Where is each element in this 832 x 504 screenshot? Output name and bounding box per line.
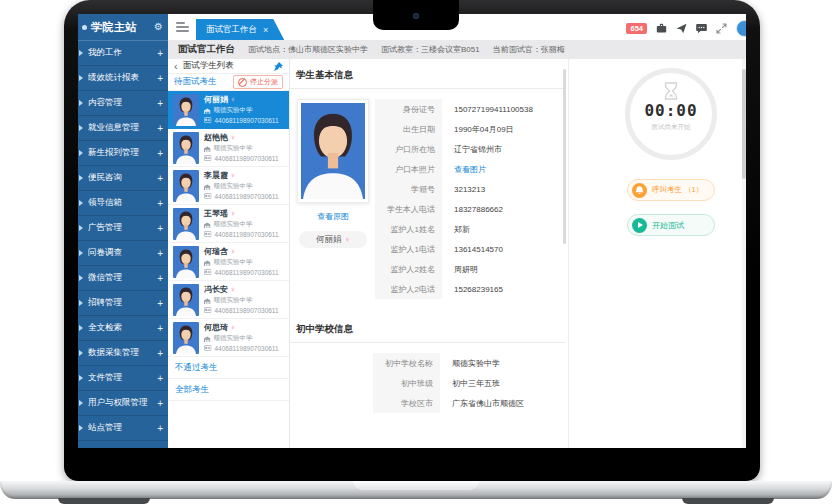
candidate-card[interactable]: 李晨霞 ♀ 顺德实验中学 440681198907030611 bbox=[168, 167, 289, 205]
female-icon: ♀ bbox=[230, 324, 236, 332]
sidebar-item-label: 微信管理 bbox=[88, 272, 157, 284]
female-icon: ♀ bbox=[230, 286, 236, 294]
field-label: 初中班级 bbox=[373, 373, 440, 393]
sidebar-item[interactable]: 问卷调查 + bbox=[78, 241, 168, 266]
fullscreen-icon[interactable] bbox=[716, 23, 727, 34]
candidate-name: 赵艳艳 bbox=[204, 133, 228, 143]
expand-plus-icon[interactable]: + bbox=[157, 223, 163, 234]
expand-plus-icon[interactable]: + bbox=[157, 98, 163, 109]
sidebar-item[interactable]: 招聘管理 + bbox=[78, 291, 168, 316]
failed-candidates-link[interactable]: 不通过考生 bbox=[168, 357, 289, 379]
candidate-card[interactable]: 冯长安 ♀ 顺德实验中学 440681198907030611 bbox=[168, 281, 289, 319]
expand-plus-icon[interactable]: + bbox=[157, 148, 163, 159]
expand-plus-icon[interactable]: + bbox=[157, 398, 163, 409]
expand-plus-icon[interactable]: + bbox=[157, 48, 163, 59]
expand-plus-icon[interactable]: + bbox=[157, 298, 163, 309]
notification-badge[interactable]: 654 bbox=[626, 23, 647, 35]
view-original-link[interactable]: 查看原图 bbox=[292, 211, 374, 222]
school-icon bbox=[204, 108, 211, 115]
site-title: 学院主站 bbox=[91, 20, 150, 35]
sidebar-item[interactable]: 微信管理 + bbox=[78, 266, 168, 291]
candidate-card[interactable]: 赵艳艳 ♀ 顺德实验中学 440681198907030611 bbox=[168, 129, 289, 167]
expand-plus-icon[interactable]: + bbox=[157, 348, 163, 359]
candidate-card[interactable]: 何瑞含 ♀ 顺德实验中学 440681198907030611 bbox=[168, 243, 289, 281]
female-icon: ♀ bbox=[230, 96, 236, 104]
candidate-card[interactable]: 何思琦 ♀ 顺德实验中学 440681198907030611 bbox=[168, 319, 289, 357]
student-photo bbox=[297, 99, 369, 203]
expand-plus-icon[interactable]: + bbox=[157, 373, 163, 384]
chat-icon[interactable] bbox=[696, 23, 707, 34]
candidate-photo bbox=[173, 170, 199, 202]
detail-scrollbar-thumb[interactable] bbox=[563, 69, 566, 244]
interview-location: 面试地点：佛山市顺德区实验中学 bbox=[248, 44, 368, 55]
back-chevron-icon[interactable]: ‹ bbox=[174, 61, 178, 72]
field-value: 顺德实验中学 bbox=[440, 353, 524, 373]
field-value: 15268239165 bbox=[442, 279, 533, 299]
sidebar-item[interactable]: 绩效统计报表 + bbox=[78, 66, 168, 91]
tab-interviewer-workbench[interactable]: 面试官工作台 × bbox=[196, 19, 284, 40]
sidebar-item[interactable]: 新生报到管理 + bbox=[78, 141, 168, 166]
briefcase-icon[interactable] bbox=[656, 23, 667, 34]
start-interview-button[interactable]: 开始面试 bbox=[627, 214, 715, 236]
expand-plus-icon[interactable]: + bbox=[157, 423, 163, 434]
sidebar-item[interactable]: 我的工作 + bbox=[78, 41, 168, 66]
sidebar-item[interactable]: 广告管理 + bbox=[78, 216, 168, 241]
stop-dispatch-label: 停止分派 bbox=[250, 77, 278, 87]
field-value: 查看图片 bbox=[442, 159, 533, 179]
sidebar-item[interactable]: 就业信息管理 + bbox=[78, 116, 168, 141]
field-label: 学生本人电话 bbox=[375, 199, 442, 219]
expand-plus-icon[interactable]: + bbox=[157, 248, 163, 259]
field-row: 监护人1姓名 郑新 bbox=[375, 219, 533, 239]
expand-plus-icon[interactable]: + bbox=[157, 123, 163, 134]
expand-plus-icon[interactable]: + bbox=[157, 198, 163, 209]
page-scrollbar-thumb[interactable] bbox=[742, 69, 746, 179]
user-avatar[interactable] bbox=[736, 20, 746, 37]
call-candidate-button[interactable]: 呼叫考生 （1） bbox=[627, 179, 715, 201]
sidebar-item[interactable]: 文件管理 + bbox=[78, 366, 168, 391]
sidebar-item[interactable]: 站点管理 + bbox=[78, 416, 168, 441]
field-label: 出生日期 bbox=[375, 119, 442, 139]
female-icon: ♀ bbox=[230, 248, 236, 256]
laptop-foot-right bbox=[682, 498, 774, 504]
field-row: 学籍号 3213213 bbox=[375, 179, 533, 199]
sidebar-item-label: 数据采集管理 bbox=[88, 347, 157, 359]
candidate-filters: 不通过考生 全部考生 bbox=[168, 357, 289, 401]
timer-value: 00:00 bbox=[630, 101, 712, 120]
sidebar-item[interactable]: 全文检索 + bbox=[78, 316, 168, 341]
stop-icon bbox=[238, 78, 247, 87]
sidebar-item[interactable]: 内容管理 + bbox=[78, 91, 168, 116]
tab-close-icon[interactable]: × bbox=[263, 25, 268, 35]
start-interview-label: 开始面试 bbox=[652, 220, 684, 231]
sidebar-item[interactable]: 数据采集管理 + bbox=[78, 341, 168, 366]
field-label: 监护人1电话 bbox=[375, 239, 442, 259]
field-value: 广东省佛山市顺德区 bbox=[440, 393, 524, 413]
sidebar-item[interactable]: 便民咨询 + bbox=[78, 166, 168, 191]
candidate-card[interactable]: 何丽娟 ♀ 顺德实验中学 440681198907030611 bbox=[168, 91, 289, 129]
field-label: 学校区市 bbox=[373, 393, 440, 413]
expand-plus-icon[interactable]: + bbox=[157, 323, 163, 334]
workbench-info-bar: 面试官工作台 面试地点：佛山市顺德区实验中学 面试教室：三楼会议室B051 当前… bbox=[168, 40, 746, 59]
interview-timer: 00:00 面试尚未开始 bbox=[625, 68, 717, 160]
gear-icon[interactable]: ⚙ bbox=[154, 22, 163, 32]
candidate-card[interactable]: 王琴瑶 ♀ 顺德实验中学 440681198907030611 bbox=[168, 205, 289, 243]
field-label: 监护人2电话 bbox=[375, 279, 442, 299]
interview-control-panel: 00:00 面试尚未开始 呼叫考生 （1） 开始面试 bbox=[568, 59, 744, 448]
sidebar-item[interactable]: 用户与权限管理 + bbox=[78, 391, 168, 416]
pin-icon[interactable] bbox=[274, 62, 283, 71]
idcard-icon bbox=[204, 231, 212, 237]
school-info-section-title: 初中学校信息 bbox=[290, 313, 566, 336]
candidate-list-header: ‹ 面试学生列表 bbox=[168, 59, 289, 74]
stop-dispatch-button[interactable]: 停止分派 bbox=[233, 75, 283, 89]
sidebar-item[interactable]: 领导信箱 + bbox=[78, 191, 168, 216]
send-icon[interactable] bbox=[676, 23, 687, 34]
sidebar-header: 学院主站 ⚙ bbox=[78, 14, 168, 41]
school-icon bbox=[204, 298, 211, 305]
expand-plus-icon[interactable]: + bbox=[157, 173, 163, 184]
all-candidates-link[interactable]: 全部考生 bbox=[168, 379, 289, 401]
expand-plus-icon[interactable]: + bbox=[157, 73, 163, 84]
expand-plus-icon[interactable]: + bbox=[157, 273, 163, 284]
school-icon bbox=[204, 260, 211, 267]
idcard-icon bbox=[204, 117, 212, 123]
school-info-table: 初中学校名称 顺德实验中学 初中班级 初中三年五班 学校区市 广东省佛山市顺德区 bbox=[373, 353, 524, 413]
collapse-menu-icon[interactable] bbox=[176, 22, 189, 32]
